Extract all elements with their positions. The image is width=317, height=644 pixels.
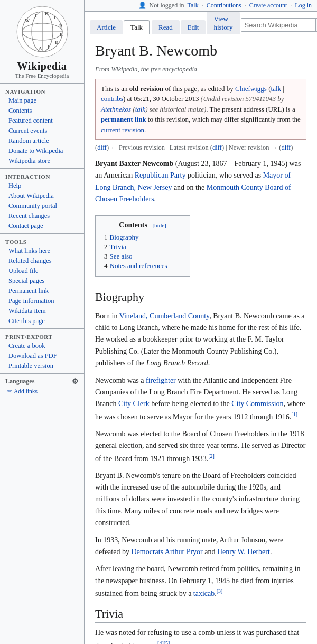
toc-item-see-also[interactable]: 3See also bbox=[104, 252, 181, 261]
sidebar-item-current-events[interactable]: Current events bbox=[0, 126, 84, 136]
add-links-button[interactable]: ✏ Add links bbox=[5, 388, 79, 394]
tab-view-history[interactable]: View history bbox=[207, 12, 239, 34]
sidebar-item-wikipedia-store[interactable]: Wikipedia store bbox=[0, 156, 84, 166]
current-revision-link[interactable]: current revision bbox=[101, 126, 144, 134]
table-of-contents: Contents [hide] 1Biography 2Trivia 3See … bbox=[95, 215, 190, 277]
article-content: Bryant B. Newcomb From Wikipedia, the fr… bbox=[85, 34, 317, 644]
sidebar-item-upload-file[interactable]: Upload file bbox=[0, 266, 84, 276]
gear-icon[interactable]: ⚙ bbox=[72, 377, 79, 386]
toc-item-trivia[interactable]: 2Trivia bbox=[104, 242, 181, 252]
trivia-underlined-text: He was noted for refusing to use a comb … bbox=[95, 629, 299, 644]
sidebar-item-printable-version[interactable]: Printable version bbox=[0, 361, 84, 371]
sidebar-item-special-pages[interactable]: Special pages bbox=[0, 276, 84, 286]
sidebar-item-page-information[interactable]: Page information bbox=[0, 296, 84, 306]
top-bar: 👤 Not logged in Talk · Contributions · C… bbox=[85, 0, 317, 12]
sidebar-item-contact-page[interactable]: Contact page bbox=[0, 221, 84, 231]
sidebar-item-main-page[interactable]: Main page bbox=[0, 96, 84, 106]
sidebar-item-wikidata-item[interactable]: Wikidata item bbox=[0, 306, 84, 316]
biography-para-4: Bryant B. Newcomb's tenure on the Board … bbox=[95, 470, 306, 529]
sidebar-navigation-section: Navigation Main page Contents Featured c… bbox=[0, 84, 84, 169]
taxicab-link[interactable]: taxicab bbox=[193, 590, 215, 597]
sidebar-item-related-changes[interactable]: Related changes bbox=[0, 256, 84, 266]
ref-2[interactable]: [2] bbox=[208, 453, 215, 459]
tab-article[interactable]: Article bbox=[90, 20, 123, 34]
talk-link[interactable]: Talk bbox=[188, 2, 199, 10]
wikipedia-logo-icon: WI KI PE DI A bbox=[16, 5, 69, 58]
tab-bar: Article Talk Read Edit View history 🔍 bbox=[85, 12, 317, 34]
henry-herbert-link[interactable]: Henry W. Herbert bbox=[217, 548, 270, 556]
sidebar-item-cite-this-page[interactable]: Cite this page bbox=[0, 316, 84, 326]
sidebar-item-recent-changes[interactable]: Recent changes bbox=[0, 211, 84, 221]
diff-link3[interactable]: diff bbox=[281, 144, 291, 151]
tab-talk[interactable]: Talk bbox=[124, 20, 150, 34]
sidebar-interaction-section: Interaction Help About Wikipedia Communi… bbox=[0, 169, 84, 234]
create-account-link[interactable]: Create account bbox=[249, 2, 287, 10]
sidebar-item-help[interactable]: Help bbox=[0, 181, 84, 191]
ref-4[interactable]: [4] bbox=[157, 640, 164, 644]
sidebar-item-permanent-link[interactable]: Permanent link bbox=[0, 286, 84, 296]
sidebar-item-community-portal[interactable]: Community portal bbox=[0, 201, 84, 211]
svg-text:K: K bbox=[45, 11, 49, 16]
sidebar-item-donate[interactable]: Donate to Wikipedia bbox=[0, 146, 84, 156]
sidebar-item-what-links-here[interactable]: What links here bbox=[0, 246, 84, 256]
trivia-section-title: Trivia bbox=[95, 607, 306, 623]
sidebar-item-contents[interactable]: Contents bbox=[0, 106, 84, 116]
svg-text:I: I bbox=[54, 15, 56, 20]
tab-read[interactable]: Read bbox=[152, 20, 180, 34]
democrats-link[interactable]: Democrats bbox=[131, 548, 163, 556]
diff-link[interactable]: diff bbox=[97, 144, 107, 151]
ref-3[interactable]: [3] bbox=[217, 588, 223, 594]
republican-party-link[interactable]: Republican Party bbox=[135, 171, 186, 179]
sidebar-logo: WI KI PE DI A Wikipedia The Free Encyclo… bbox=[0, 0, 84, 84]
biography-para-6: After leaving the board, Newcomb retired… bbox=[95, 563, 306, 600]
svg-text:I: I bbox=[35, 13, 37, 18]
diff-links: (diff) ← Previous revision | Latest revi… bbox=[95, 144, 306, 152]
sidebar-item-featured-content[interactable]: Featured content bbox=[0, 116, 84, 126]
trivia-paragraph: He was noted for refusing to use a comb … bbox=[95, 627, 306, 644]
tab-edit[interactable]: Edit bbox=[181, 20, 206, 34]
atethnekos-talk-link[interactable]: talk bbox=[135, 105, 146, 113]
toc-title: Contents [hide] bbox=[104, 221, 181, 229]
atethnekos-link[interactable]: Atethnekos bbox=[101, 105, 131, 113]
sidebar-item-random-article[interactable]: Random article bbox=[0, 136, 84, 146]
wikipedia-subtitle: The Free Encyclopedia bbox=[15, 72, 69, 79]
svg-text:D: D bbox=[55, 40, 59, 45]
firefighter-link[interactable]: firefighter bbox=[146, 376, 176, 384]
user-icon: 👤 bbox=[138, 2, 146, 10]
sidebar-tools-section: Tools What links here Related changes Up… bbox=[0, 234, 84, 329]
article-title: Bryant B. Newcomb bbox=[95, 42, 306, 62]
chiefwiggs-link[interactable]: Chiefwiggs bbox=[235, 85, 267, 93]
vineland-link[interactable]: Vineland, Cumberland County bbox=[119, 312, 210, 320]
sidebar-languages-section: Languages ⚙ ✏ Add links bbox=[0, 374, 84, 397]
biography-para-1: Born in Vineland, Cumberland County, Bry… bbox=[95, 310, 306, 370]
search-box: 🔍 bbox=[241, 18, 317, 32]
city-commission-link[interactable]: City Commission bbox=[231, 400, 283, 408]
svg-text:P: P bbox=[59, 23, 62, 29]
languages-label: Languages bbox=[5, 378, 34, 385]
sidebar-item-download-pdf[interactable]: Download as PDF bbox=[0, 351, 84, 361]
intro-paragraph: Bryant Baxter Newcomb (August 23, 1867 –… bbox=[95, 158, 306, 206]
log-in-link[interactable]: Log in bbox=[295, 2, 312, 10]
toc-item-notes[interactable]: 4Notes and references bbox=[104, 261, 181, 271]
contribs-link[interactable]: contribs bbox=[101, 95, 123, 103]
toc-hide-button[interactable]: [hide] bbox=[152, 222, 166, 228]
diff-link2[interactable]: diff bbox=[212, 144, 222, 151]
permanent-link-notice[interactable]: permanent link bbox=[101, 115, 146, 123]
toc-item-biography[interactable]: 1Biography bbox=[104, 233, 181, 242]
sidebar-item-create-book[interactable]: Create a book bbox=[0, 341, 84, 351]
city-clerk-link[interactable]: City Clerk bbox=[118, 400, 150, 408]
biography-para-2: Newcomb was a firefighter with the Atlan… bbox=[95, 375, 306, 423]
sidebar-item-about[interactable]: About Wikipedia bbox=[0, 191, 84, 201]
search-button[interactable]: 🔍 bbox=[315, 19, 317, 31]
biography-para-5: In 1933, Newcomb and his running mate, A… bbox=[95, 535, 306, 558]
ref-5[interactable]: [5] bbox=[164, 640, 170, 644]
svg-text:I: I bbox=[48, 44, 50, 50]
talk-user-link[interactable]: talk bbox=[271, 85, 282, 93]
arthur-pryor-link[interactable]: Arthur Pryor bbox=[165, 548, 203, 556]
ref-1[interactable]: [1] bbox=[291, 411, 297, 417]
print-export-label: Print/export bbox=[0, 332, 84, 341]
svg-text:W: W bbox=[25, 18, 30, 23]
contributions-link[interactable]: Contributions bbox=[207, 2, 241, 10]
search-input[interactable] bbox=[241, 20, 315, 30]
navigation-label: Navigation bbox=[0, 87, 84, 96]
